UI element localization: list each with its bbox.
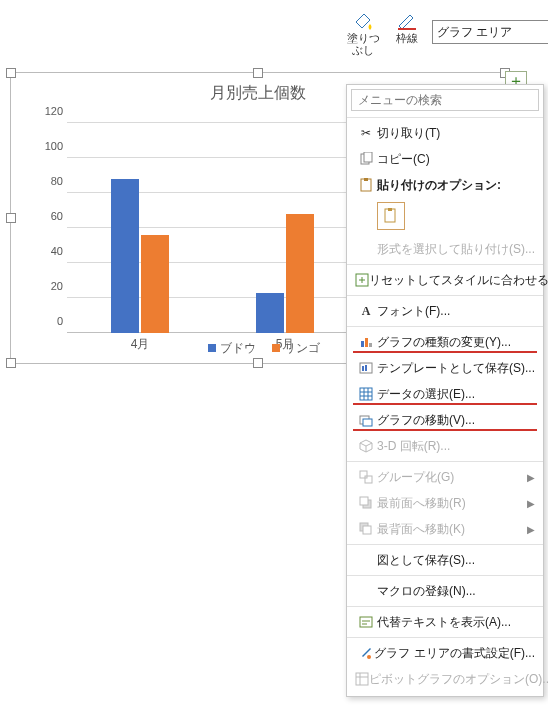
fill-label: 塗りつぶし — [344, 32, 382, 56]
menu-send-back: 最背面へ移動(K) ▶ — [347, 516, 543, 542]
highlight-underline — [353, 403, 537, 405]
menu-save-as-picture[interactable]: 図として保存(S)... — [347, 547, 543, 573]
highlight-underline — [353, 351, 537, 353]
svg-marker-18 — [360, 440, 372, 446]
outline-button[interactable]: 枠線 — [388, 12, 426, 44]
legend-swatch-icon — [272, 344, 280, 352]
resize-handle[interactable] — [6, 213, 16, 223]
menu-save-template[interactable]: テンプレートとして保存(S)... — [347, 355, 543, 381]
menu-assign-macro[interactable]: マクロの登録(N)... — [347, 578, 543, 604]
group-icon — [355, 470, 377, 484]
chart-mini-toolbar: 塗りつぶし 枠線 グラフ エリア ▾ — [340, 10, 548, 58]
chart-element-selector[interactable]: グラフ エリア ▾ — [432, 20, 548, 44]
save-template-icon — [355, 361, 377, 375]
select-data-icon — [355, 387, 377, 401]
highlight-underline — [353, 429, 537, 431]
resize-handle[interactable] — [6, 68, 16, 78]
svg-rect-20 — [365, 476, 372, 483]
y-tick: 80 — [35, 175, 63, 187]
paste-option-button[interactable] — [347, 198, 543, 236]
menu-paste-options: 貼り付けのオプション: — [347, 172, 543, 198]
menu-search-input[interactable] — [351, 89, 539, 111]
pivot-icon — [355, 672, 369, 686]
legend-label: ブドウ — [220, 341, 256, 355]
svg-rect-14 — [365, 365, 367, 371]
svg-rect-7 — [388, 208, 392, 211]
menu-format-chart-area[interactable]: グラフ エリアの書式設定(F)... — [347, 640, 543, 666]
menu-3d-rotation: 3-D 回転(R)... — [347, 433, 543, 459]
svg-rect-22 — [360, 497, 368, 505]
y-tick: 60 — [35, 210, 63, 222]
menu-paste-special: 形式を選択して貼り付け(S)... — [347, 236, 543, 262]
svg-rect-25 — [360, 617, 372, 627]
menu-select-data[interactable]: データの選択(E)... — [347, 381, 543, 407]
bring-front-icon — [355, 496, 377, 510]
y-tick: 0 — [35, 315, 63, 327]
bar-series2-cat1[interactable] — [141, 235, 169, 333]
alt-text-icon — [355, 615, 377, 629]
menu-copy[interactable]: コピー(C) — [347, 146, 543, 172]
send-back-icon — [355, 522, 377, 536]
outline-label: 枠線 — [388, 32, 426, 44]
bar-series2-cat2[interactable] — [286, 214, 314, 333]
submenu-arrow-icon: ▶ — [527, 472, 535, 483]
menu-group: グループ化(G) ▶ — [347, 464, 543, 490]
menu-reset-style[interactable]: リセットしてスタイルに合わせる(A) — [347, 267, 543, 293]
chart-type-icon — [355, 335, 377, 349]
menu-pivot-options: ピボットグラフのオプション(O)... — [347, 666, 543, 692]
y-tick: 20 — [35, 280, 63, 292]
svg-rect-17 — [363, 419, 372, 426]
menu-move-chart[interactable]: グラフの移動(V)... — [347, 407, 543, 433]
svg-rect-5 — [364, 178, 368, 181]
copy-icon — [355, 152, 377, 166]
submenu-arrow-icon: ▶ — [527, 498, 535, 509]
svg-rect-9 — [361, 341, 364, 347]
y-tick: 120 — [35, 105, 63, 117]
svg-marker-0 — [356, 14, 370, 28]
svg-rect-19 — [360, 471, 367, 478]
svg-rect-1 — [398, 28, 416, 30]
fill-button[interactable]: 塗りつぶし — [344, 12, 382, 56]
bar-series1-cat1[interactable] — [111, 179, 139, 333]
resize-handle[interactable] — [253, 358, 263, 368]
clipboard-paste-icon — [383, 208, 399, 224]
svg-rect-10 — [365, 338, 368, 347]
y-tick: 40 — [35, 245, 63, 257]
cube-icon — [355, 439, 377, 453]
menu-change-chart-type[interactable]: グラフの種類の変更(Y)... — [347, 329, 543, 355]
svg-rect-24 — [363, 526, 371, 534]
menu-cut[interactable]: ✂ 切り取り(T) — [347, 120, 543, 146]
bar-series1-cat2[interactable] — [256, 293, 284, 333]
menu-font[interactable]: A フォント(F)... — [347, 298, 543, 324]
scissors-icon: ✂ — [355, 126, 377, 140]
y-tick: 100 — [35, 140, 63, 152]
resize-handle[interactable] — [6, 358, 16, 368]
svg-point-27 — [367, 655, 371, 659]
menu-bring-front: 最前面へ移動(R) ▶ — [347, 490, 543, 516]
move-chart-icon — [355, 413, 377, 427]
legend-swatch-icon — [208, 344, 216, 352]
submenu-arrow-icon: ▶ — [527, 524, 535, 535]
svg-rect-28 — [356, 673, 368, 685]
reset-style-icon — [355, 273, 369, 287]
format-area-icon — [355, 646, 374, 660]
svg-rect-13 — [362, 366, 364, 371]
svg-rect-3 — [364, 152, 372, 162]
legend-label: リンゴ — [284, 341, 320, 355]
selector-value: グラフ エリア — [437, 24, 512, 41]
font-icon: A — [355, 304, 377, 319]
paint-bucket-icon — [352, 12, 374, 30]
menu-alt-text[interactable]: 代替テキストを表示(A)... — [347, 609, 543, 635]
plot-area[interactable]: 120 100 80 60 40 20 0 4月 5月 — [67, 123, 357, 333]
pen-outline-icon — [396, 12, 418, 30]
clipboard-icon — [355, 178, 377, 192]
resize-handle[interactable] — [253, 68, 263, 78]
svg-rect-15 — [360, 388, 372, 400]
svg-rect-11 — [369, 343, 372, 347]
context-menu: ✂ 切り取り(T) コピー(C) 貼り付けのオプション: 形式を選択して貼り付け… — [346, 84, 544, 697]
